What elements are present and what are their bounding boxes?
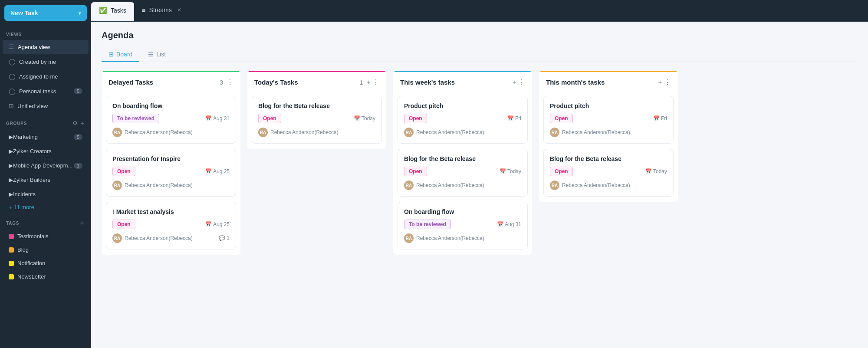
task-card[interactable]: On boarding flow To be reviewed 📅 Aug 31… bbox=[106, 96, 236, 144]
status-badge: Open bbox=[112, 167, 135, 176]
task-footer: RA Rebecca Anderson(Rebecca) bbox=[550, 128, 667, 137]
close-tab-icon[interactable]: ✕ bbox=[177, 7, 181, 13]
column-count-delayed: 3 bbox=[220, 79, 223, 86]
new-task-label: New Task bbox=[10, 10, 38, 16]
sidebar-group-zylker-creators[interactable]: ▶ Zylker Creators bbox=[3, 144, 89, 158]
assignee: RA Rebecca Anderson(Rebecca) bbox=[112, 233, 193, 243]
more-groups-link[interactable]: + 11 more bbox=[0, 201, 91, 213]
task-meta: Open 📅 Today bbox=[404, 167, 521, 176]
avatar: RA bbox=[112, 181, 122, 190]
tag-testimonials[interactable]: Testimonials bbox=[3, 230, 89, 243]
person-icon: ◯ bbox=[9, 88, 16, 95]
sidebar-group-zylker-builders[interactable]: ▶ Zylker Builders bbox=[3, 173, 89, 187]
column-header-this-week: This week's tasks + ⋮ bbox=[393, 71, 532, 92]
avatar: RA bbox=[404, 233, 414, 243]
tag-blog[interactable]: Blog bbox=[3, 243, 89, 256]
sidebar-item-label: Assigned to me bbox=[19, 73, 58, 80]
task-card[interactable]: Blog for the Beta release Open 📅 Today R… bbox=[543, 149, 674, 197]
assignee: RA Rebecca Anderson(Rebecca) bbox=[404, 181, 484, 190]
tasks-tab-icon: ✅ bbox=[99, 7, 107, 14]
due-date: 📅 Today bbox=[500, 168, 521, 174]
sidebar-item-unified-view[interactable]: ⊞ Unified view bbox=[3, 99, 89, 113]
caret-icon: ▶ bbox=[9, 134, 13, 140]
column-this-month: This month's tasks + ⋮ Product pitch Ope… bbox=[539, 71, 678, 202]
due-date: 📅 Fri bbox=[653, 115, 667, 121]
page-title: Agenda bbox=[102, 30, 858, 40]
board-label: Board bbox=[116, 51, 132, 58]
board: Delayed Tasks 3 ⋮ On boarding flow To be… bbox=[102, 71, 858, 263]
status-badge: To be reviewed bbox=[404, 220, 451, 229]
sidebar: New Task ▾ VIEWS ☰ Agenda view ◯ Created… bbox=[0, 0, 91, 348]
column-this-week: This week's tasks + ⋮ Product pitch Open… bbox=[393, 71, 532, 255]
tag-label: NewsLetter bbox=[17, 273, 46, 280]
avatar: RA bbox=[550, 181, 559, 190]
assignee-name: Rebecca Anderson(Rebecca) bbox=[416, 129, 484, 135]
task-card[interactable]: Blog for the Beta release Open 📅 Today R… bbox=[398, 149, 528, 197]
task-card[interactable]: Product pitch Open 📅 Fri RA Rebecca Ande… bbox=[543, 96, 674, 144]
list-view-button[interactable]: ☰ List bbox=[141, 47, 173, 62]
assignee: RA Rebecca Anderson(Rebecca) bbox=[550, 181, 630, 190]
task-meta: Open 📅 Today bbox=[550, 167, 667, 176]
assignee: RA Rebecca Anderson(Rebecca) bbox=[404, 128, 484, 137]
caret-icon: ▶ bbox=[9, 148, 13, 154]
tags-header: TAGS ＋ bbox=[0, 213, 91, 230]
tab-tasks[interactable]: ✅ Tasks bbox=[91, 2, 134, 21]
task-card[interactable]: Blog for the Beta release Open 📅 Today R… bbox=[252, 96, 382, 144]
avatar: RA bbox=[550, 128, 559, 137]
new-task-button[interactable]: New Task ▾ bbox=[4, 5, 87, 21]
sidebar-item-label: Agenda view bbox=[18, 44, 50, 50]
task-meta: Open 📅 Fri bbox=[550, 114, 667, 123]
due-date: 📅 Aug 31 bbox=[205, 115, 230, 121]
sidebar-group-incidents[interactable]: ▶ Incidents bbox=[3, 187, 89, 201]
task-meta: Open 📅 Today bbox=[258, 114, 375, 123]
board-view-button[interactable]: ⊞ Board bbox=[102, 47, 139, 62]
sidebar-item-assigned-to-me[interactable]: ◯ Assigned to me bbox=[3, 69, 89, 83]
column-header-this-month: This month's tasks + ⋮ bbox=[539, 71, 678, 92]
tasks-tab-label: Tasks bbox=[111, 7, 126, 14]
sidebar-item-label: Unified view bbox=[17, 103, 48, 109]
status-badge: Open bbox=[404, 167, 427, 176]
views-section-label: VIEWS bbox=[0, 26, 91, 39]
group-label: Marketing bbox=[13, 134, 38, 140]
task-card[interactable]: On boarding flow To be reviewed 📅 Aug 31… bbox=[398, 202, 528, 250]
task-title: Product pitch bbox=[404, 102, 521, 109]
groups-icons[interactable]: ⚙ ＋ bbox=[72, 119, 85, 127]
task-title: !Market test analysis bbox=[112, 208, 230, 215]
task-card[interactable]: !Market test analysis Open 📅 Aug 25 RA R… bbox=[106, 202, 236, 250]
column-actions-this-month[interactable]: + ⋮ bbox=[658, 78, 671, 86]
tag-newsletter[interactable]: NewsLetter bbox=[3, 270, 89, 283]
tab-bar: ✅ Tasks ≡ Streams ✕ bbox=[91, 0, 868, 22]
sidebar-group-mobile-app[interactable]: ▶ Mobile App Developm... 1 bbox=[3, 159, 89, 172]
column-actions-this-week[interactable]: + ⋮ bbox=[512, 78, 525, 86]
avatar: RA bbox=[258, 128, 268, 137]
tag-notification[interactable]: Notification bbox=[3, 257, 89, 269]
due-date: 📅 Aug 25 bbox=[205, 221, 230, 227]
assignee-name: Rebecca Anderson(Rebecca) bbox=[270, 129, 339, 135]
status-badge: Open bbox=[112, 220, 135, 229]
column-title-this-month: This month's tasks bbox=[546, 79, 658, 86]
status-badge: Open bbox=[550, 167, 573, 176]
list-label: List bbox=[156, 51, 166, 58]
task-footer: RA Rebecca Anderson(Rebecca) bbox=[112, 128, 230, 137]
column-actions-today[interactable]: + ⋮ bbox=[366, 78, 379, 86]
due-date: 📅 Aug 31 bbox=[497, 221, 521, 227]
sidebar-item-created-by-me[interactable]: ◯ Created by me bbox=[3, 55, 89, 69]
assignee-name: Rebecca Anderson(Rebecca) bbox=[125, 235, 193, 241]
sidebar-item-personal-tasks[interactable]: ◯ Personal tasks 5 bbox=[3, 84, 89, 98]
group-label: Incidents bbox=[13, 191, 36, 197]
column-count-today: 1 bbox=[359, 79, 363, 86]
task-card[interactable]: Presentation for Inspire Open 📅 Aug 25 R… bbox=[106, 149, 236, 197]
task-meta: Open 📅 Aug 25 bbox=[112, 220, 230, 229]
tab-streams[interactable]: ≡ Streams ✕ bbox=[134, 0, 189, 21]
assignee-name: Rebecca Anderson(Rebecca) bbox=[416, 182, 484, 188]
task-footer: RA Rebecca Anderson(Rebecca) bbox=[404, 181, 521, 190]
task-card[interactable]: Product pitch Open 📅 Fri RA Rebecca Ande… bbox=[398, 96, 528, 144]
add-tag-icon[interactable]: ＋ bbox=[79, 219, 85, 227]
group-label: Zylker Creators bbox=[13, 148, 52, 154]
column-actions-delayed[interactable]: ⋮ bbox=[227, 78, 233, 86]
tag-color-dot bbox=[9, 261, 14, 266]
task-meta: Open 📅 Aug 25 bbox=[112, 167, 230, 176]
task-title: Blog for the Beta release bbox=[550, 155, 667, 162]
sidebar-item-agenda-view[interactable]: ☰ Agenda view bbox=[3, 40, 89, 54]
sidebar-group-marketing[interactable]: ▶ Marketing 5 bbox=[3, 130, 89, 144]
